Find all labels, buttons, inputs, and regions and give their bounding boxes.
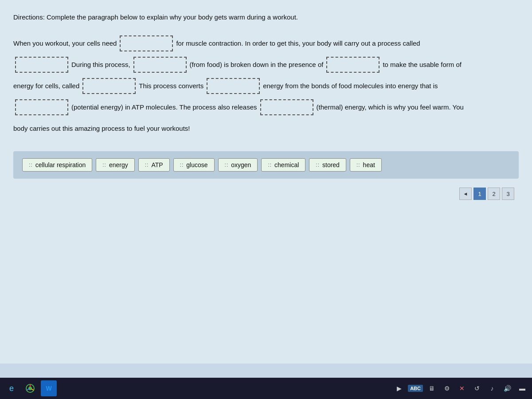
- taskbar-play-icon[interactable]: ▶: [393, 382, 405, 395]
- line3-text1: energy for cells, called: [13, 77, 79, 95]
- chip-dots: ::: [102, 162, 106, 168]
- directions-text: Directions: Complete the paragraph below…: [13, 13, 519, 21]
- chip-label: glucose: [186, 161, 207, 168]
- blank-3[interactable]: [133, 57, 187, 73]
- blank-5[interactable]: [82, 78, 136, 94]
- taskbar-settings-icon[interactable]: ⚙: [441, 382, 453, 395]
- chip-label: oxygen: [231, 161, 251, 168]
- blank-7[interactable]: [15, 99, 68, 115]
- chip-dots: ::: [356, 162, 360, 168]
- taskbar-abc-icon[interactable]: ABC: [408, 385, 423, 392]
- taskbar-edge-icon[interactable]: e: [4, 380, 20, 396]
- line2-text1: During this process,: [71, 55, 130, 74]
- chip-dots: ::: [180, 162, 184, 168]
- chip-atp[interactable]: :: ATP: [138, 158, 170, 172]
- paragraph-line-4: (potential energy) in ATP molecules. The…: [13, 98, 519, 117]
- paragraph-line-3: energy for cells, called This process co…: [13, 77, 519, 95]
- line1-text2: for muscle contraction. In order to get …: [176, 34, 420, 53]
- svg-line-3: [31, 389, 34, 390]
- chip-stored[interactable]: :: stored: [309, 158, 346, 172]
- paragraph-line-2: During this process, (from food) is brok…: [13, 55, 519, 74]
- line4-text2: (thermal) energy, which is why you feel …: [317, 98, 464, 117]
- line1-text1: When you workout, your cells need: [13, 34, 117, 53]
- chip-dots: ::: [29, 162, 33, 168]
- main-content: Directions: Complete the paragraph below…: [0, 0, 532, 364]
- blank-4[interactable]: [326, 57, 379, 73]
- line3-text2: This process converts: [139, 77, 203, 95]
- blank-2[interactable]: [15, 57, 68, 73]
- line4-text1: (potential energy) in ATP molecules. The…: [71, 98, 257, 117]
- chip-label: heat: [363, 161, 375, 168]
- taskbar-close-icon[interactable]: ✕: [456, 382, 468, 395]
- paragraph-line-1: When you workout, your cells need for mu…: [13, 34, 519, 53]
- chip-label: ATP: [151, 161, 163, 168]
- taskbar-refresh-icon[interactable]: ↺: [471, 382, 483, 395]
- chip-dots: ::: [316, 162, 320, 168]
- chip-oxygen[interactable]: :: oxygen: [218, 158, 258, 172]
- taskbar: e W ▶ ABC 🖥 ⚙ ✕ ↺ ♪ 🔊 ▬: [0, 378, 532, 399]
- page-3-button[interactable]: 3: [502, 188, 514, 200]
- chip-label: cellular respiration: [35, 161, 86, 168]
- svg-line-4: [27, 389, 29, 390]
- taskbar-chrome-icon[interactable]: [22, 380, 38, 396]
- line5-text1: body carries out this amazing process to…: [13, 119, 190, 138]
- chip-dots: ::: [268, 162, 272, 168]
- word-bank: :: cellular respiration :: energy :: ATP…: [13, 151, 519, 179]
- chip-dots: ::: [145, 162, 149, 168]
- taskbar-music-icon[interactable]: ♪: [486, 382, 498, 395]
- line2-text3: to make the usable form of: [383, 55, 462, 74]
- taskbar-word-icon[interactable]: W: [41, 380, 57, 396]
- taskbar-right-area: ▶ ABC 🖥 ⚙ ✕ ↺ ♪ 🔊 ▬: [393, 382, 528, 395]
- svg-point-1: [28, 387, 32, 390]
- chip-label: stored: [322, 161, 340, 168]
- line3-text3: energy from the bonds of food molecules …: [263, 77, 438, 95]
- pagination: ◄ 1 2 3: [13, 188, 519, 200]
- paragraph-section: When you workout, your cells need for mu…: [13, 34, 519, 138]
- blank-1[interactable]: [120, 35, 173, 51]
- page-1-button[interactable]: 1: [473, 188, 486, 200]
- paragraph-line-5: body carries out this amazing process to…: [13, 119, 519, 138]
- chip-heat[interactable]: :: heat: [350, 158, 382, 172]
- chip-energy[interactable]: :: energy: [96, 158, 134, 172]
- prev-page-button[interactable]: ◄: [459, 188, 472, 200]
- chip-glucose[interactable]: :: glucose: [173, 158, 215, 172]
- taskbar-monitor-icon[interactable]: 🖥: [426, 382, 438, 395]
- chip-cellular-respiration[interactable]: :: cellular respiration: [22, 158, 92, 172]
- chip-chemical[interactable]: :: chemical: [261, 158, 305, 172]
- taskbar-minimize-icon[interactable]: ▬: [516, 382, 528, 395]
- page-2-button[interactable]: 2: [488, 188, 500, 200]
- line2-text2: (from food) is broken down in the presen…: [190, 55, 324, 74]
- chip-dots: ::: [225, 162, 229, 168]
- blank-6[interactable]: [207, 78, 260, 94]
- chip-label: energy: [109, 161, 128, 168]
- taskbar-volume-icon[interactable]: 🔊: [501, 382, 513, 395]
- chip-label: chemical: [274, 161, 299, 168]
- blank-8[interactable]: [260, 99, 313, 115]
